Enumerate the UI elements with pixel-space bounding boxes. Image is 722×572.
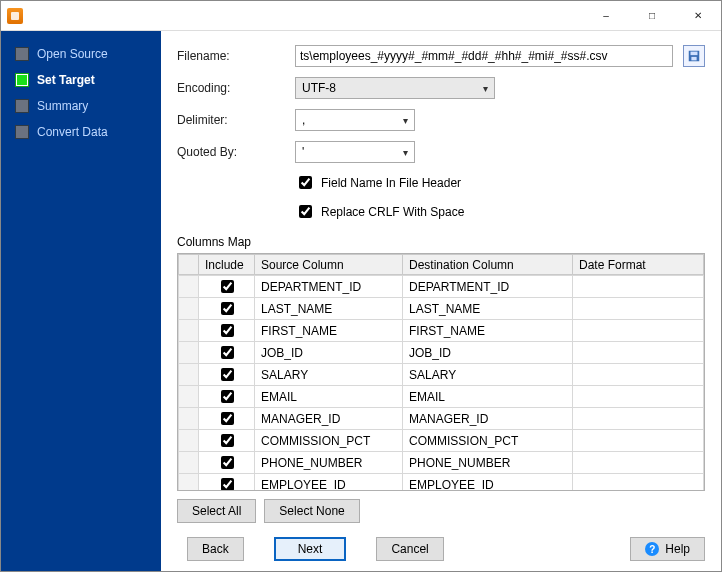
- destination-column-cell[interactable]: COMMISSION_PCT: [403, 430, 573, 452]
- encoding-select[interactable]: UTF-8 ▾: [295, 77, 495, 99]
- destination-column-header[interactable]: Destination Column: [403, 255, 573, 275]
- source-column-cell[interactable]: EMPLOYEE_ID: [255, 474, 403, 491]
- source-column-cell[interactable]: PHONE_NUMBER: [255, 452, 403, 474]
- cancel-button[interactable]: Cancel: [376, 537, 443, 561]
- date-format-cell[interactable]: [573, 298, 704, 320]
- step-box-icon: [15, 99, 29, 113]
- table-row[interactable]: FIRST_NAMEFIRST_NAME: [179, 320, 704, 342]
- date-format-cell[interactable]: [573, 452, 704, 474]
- destination-column-cell[interactable]: EMAIL: [403, 386, 573, 408]
- table-row[interactable]: EMAILEMAIL: [179, 386, 704, 408]
- table-row[interactable]: PHONE_NUMBERPHONE_NUMBER: [179, 452, 704, 474]
- chevron-down-icon: ▾: [483, 83, 488, 94]
- source-column-cell[interactable]: COMMISSION_PCT: [255, 430, 403, 452]
- step-convert-data[interactable]: Convert Data: [1, 119, 161, 145]
- row-handle[interactable]: [179, 320, 199, 342]
- quoted-select[interactable]: ' ▾: [295, 141, 415, 163]
- row-handle[interactable]: [179, 452, 199, 474]
- source-column-cell[interactable]: EMAIL: [255, 386, 403, 408]
- include-checkbox[interactable]: [221, 280, 234, 293]
- field-name-header-checkbox[interactable]: [299, 176, 312, 189]
- date-format-cell[interactable]: [573, 386, 704, 408]
- include-checkbox[interactable]: [221, 478, 234, 490]
- source-column-header[interactable]: Source Column: [255, 255, 403, 275]
- titlebar: – □ ✕: [1, 1, 721, 31]
- table-row[interactable]: EMPLOYEE_IDEMPLOYEE_ID: [179, 474, 704, 491]
- table-row[interactable]: SALARYSALARY: [179, 364, 704, 386]
- delimiter-value: ,: [302, 113, 305, 127]
- select-none-button[interactable]: Select None: [264, 499, 359, 523]
- source-column-cell[interactable]: DEPARTMENT_ID: [255, 276, 403, 298]
- date-format-cell[interactable]: [573, 430, 704, 452]
- destination-column-cell[interactable]: DEPARTMENT_ID: [403, 276, 573, 298]
- date-format-cell[interactable]: [573, 408, 704, 430]
- back-button[interactable]: Back: [187, 537, 244, 561]
- row-handle[interactable]: [179, 298, 199, 320]
- replace-crlf-checkbox[interactable]: [299, 205, 312, 218]
- date-format-cell[interactable]: [573, 276, 704, 298]
- destination-column-cell[interactable]: JOB_ID: [403, 342, 573, 364]
- step-label: Open Source: [37, 47, 108, 61]
- date-format-cell[interactable]: [573, 364, 704, 386]
- row-handle[interactable]: [179, 276, 199, 298]
- chevron-down-icon: ▾: [403, 115, 408, 126]
- delimiter-select[interactable]: , ▾: [295, 109, 415, 131]
- minimize-button[interactable]: –: [583, 1, 629, 30]
- row-handle[interactable]: [179, 474, 199, 491]
- date-format-cell[interactable]: [573, 342, 704, 364]
- step-summary[interactable]: Summary: [1, 93, 161, 119]
- row-handle-header: [179, 255, 199, 275]
- help-button[interactable]: ? Help: [630, 537, 705, 561]
- select-all-button[interactable]: Select All: [177, 499, 256, 523]
- include-checkbox[interactable]: [221, 456, 234, 469]
- step-set-target[interactable]: Set Target: [1, 67, 161, 93]
- row-handle[interactable]: [179, 364, 199, 386]
- row-handle[interactable]: [179, 408, 199, 430]
- step-label: Summary: [37, 99, 88, 113]
- include-checkbox[interactable]: [221, 412, 234, 425]
- step-box-icon: [15, 73, 29, 87]
- include-checkbox[interactable]: [221, 390, 234, 403]
- destination-column-cell[interactable]: SALARY: [403, 364, 573, 386]
- destination-column-cell[interactable]: MANAGER_ID: [403, 408, 573, 430]
- filename-label: Filename:: [177, 49, 285, 63]
- date-format-header[interactable]: Date Format: [573, 255, 704, 275]
- include-checkbox[interactable]: [221, 434, 234, 447]
- destination-column-cell[interactable]: EMPLOYEE_ID: [403, 474, 573, 491]
- include-checkbox[interactable]: [221, 324, 234, 337]
- destination-column-cell[interactable]: PHONE_NUMBER: [403, 452, 573, 474]
- source-column-cell[interactable]: MANAGER_ID: [255, 408, 403, 430]
- source-column-cell[interactable]: FIRST_NAME: [255, 320, 403, 342]
- include-header[interactable]: Include: [199, 255, 255, 275]
- source-column-cell[interactable]: SALARY: [255, 364, 403, 386]
- help-label: Help: [665, 542, 690, 556]
- destination-column-cell[interactable]: FIRST_NAME: [403, 320, 573, 342]
- field-name-header-label: Field Name In File Header: [321, 176, 461, 190]
- quoted-value: ': [302, 145, 304, 159]
- table-row[interactable]: COMMISSION_PCTCOMMISSION_PCT: [179, 430, 704, 452]
- window-controls: – □ ✕: [583, 1, 721, 30]
- source-column-cell[interactable]: JOB_ID: [255, 342, 403, 364]
- include-checkbox[interactable]: [221, 302, 234, 315]
- date-format-cell[interactable]: [573, 320, 704, 342]
- table-row[interactable]: LAST_NAMELAST_NAME: [179, 298, 704, 320]
- table-row[interactable]: DEPARTMENT_IDDEPARTMENT_ID: [179, 276, 704, 298]
- include-checkbox[interactable]: [221, 346, 234, 359]
- source-column-cell[interactable]: LAST_NAME: [255, 298, 403, 320]
- row-handle[interactable]: [179, 342, 199, 364]
- destination-column-cell[interactable]: LAST_NAME: [403, 298, 573, 320]
- close-button[interactable]: ✕: [675, 1, 721, 30]
- table-row[interactable]: MANAGER_IDMANAGER_ID: [179, 408, 704, 430]
- next-button[interactable]: Next: [274, 537, 347, 561]
- include-checkbox[interactable]: [221, 368, 234, 381]
- browse-file-button[interactable]: [683, 45, 705, 67]
- maximize-button[interactable]: □: [629, 1, 675, 30]
- date-format-cell[interactable]: [573, 474, 704, 491]
- step-open-source[interactable]: Open Source: [1, 41, 161, 67]
- row-handle[interactable]: [179, 430, 199, 452]
- table-row[interactable]: JOB_IDJOB_ID: [179, 342, 704, 364]
- filename-input[interactable]: [295, 45, 673, 67]
- step-label: Convert Data: [37, 125, 108, 139]
- step-box-icon: [15, 125, 29, 139]
- row-handle[interactable]: [179, 386, 199, 408]
